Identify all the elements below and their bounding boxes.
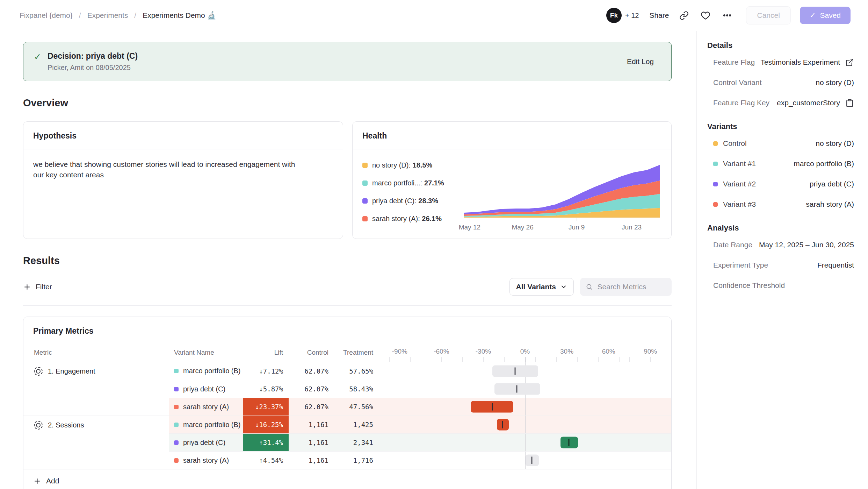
collaborators-count[interactable]: + 12 xyxy=(625,12,639,20)
health-title: Health xyxy=(353,122,671,149)
plus-icon xyxy=(23,283,31,291)
chevron-down-icon xyxy=(560,283,567,290)
health-card: Health no story (D): 18.5% marco portfol… xyxy=(352,121,672,239)
treatment-value: 2,341 xyxy=(334,439,379,446)
decision-title: Decision: priya debt (C) xyxy=(48,51,138,61)
analysis-row-date-range: Date Range May 12, 2025 – Jun 30, 2025 xyxy=(707,235,854,255)
metric-engagement[interactable]: 1. Engagement xyxy=(23,362,169,416)
lift-value: ↓7.12% xyxy=(243,362,289,380)
detail-row-feature-flag: Feature Flag Testimonials Experiment xyxy=(707,52,854,72)
favorite-heart-icon[interactable] xyxy=(699,9,712,22)
confidence-interval-bar xyxy=(379,362,671,380)
confidence-interval-bar xyxy=(379,416,671,433)
detail-row-feature-flag-key: Feature Flag Key exp_customerStory xyxy=(707,93,854,113)
variant-swatch xyxy=(174,440,179,445)
copy-clipboard-icon[interactable] xyxy=(845,99,854,107)
primary-metrics-title: Primary Metrics xyxy=(23,317,671,343)
table-row: priya debt (C) ↑31.4% 1,161 2,341 xyxy=(169,433,671,451)
health-area-svg xyxy=(464,162,660,218)
right-sidebar: Details Feature Flag Testimonials Experi… xyxy=(696,31,868,489)
variant-swatch xyxy=(174,458,179,463)
detail-row-control-variant: Control Variant no story (D) xyxy=(707,72,854,93)
search-icon xyxy=(586,283,593,291)
variant-row-control: Control no story (D) xyxy=(707,133,854,154)
treatment-value: 47.56% xyxy=(334,403,379,411)
variant-swatch xyxy=(713,141,718,146)
metric-gauge-icon xyxy=(34,421,43,430)
breadcrumb: Fixpanel {demo} / Experiments / Experime… xyxy=(20,11,216,20)
confidence-interval-bar xyxy=(379,380,671,398)
control-value: 1,161 xyxy=(289,456,334,464)
col-header-control: Control xyxy=(289,349,334,356)
confidence-interval-bar xyxy=(379,452,671,469)
variant-swatch xyxy=(174,423,179,427)
hypothesis-body: we believe that showing customer stories… xyxy=(23,149,317,190)
metric-gauge-icon xyxy=(34,367,43,376)
results-heading: Results xyxy=(23,255,672,267)
saved-button[interactable]: ✓ Saved xyxy=(800,7,851,24)
primary-metrics-card: Primary Metrics Metric Variant Name Lift… xyxy=(23,317,672,489)
col-header-variant: Variant Name xyxy=(169,349,243,356)
confidence-interval-bar xyxy=(379,398,671,416)
share-button[interactable]: Share xyxy=(649,11,669,20)
avatar[interactable]: Fk xyxy=(606,8,622,23)
external-link-icon[interactable] xyxy=(845,58,854,67)
lift-value: ↓5.87% xyxy=(243,380,289,398)
control-value: 62.07% xyxy=(289,367,334,375)
confidence-interval-bar xyxy=(379,434,671,451)
breadcrumb-experiments[interactable]: Experiments xyxy=(87,11,128,20)
search-metrics-input[interactable] xyxy=(598,283,666,291)
legend-item: marco portfoli...: 27.1% xyxy=(362,179,464,187)
variant-swatch xyxy=(174,369,179,373)
lift-axis-header: -90%-60%-30%0%30%60%90% xyxy=(379,343,671,362)
health-x-labels: May 12May 26Jun 9Jun 23 xyxy=(464,224,660,232)
analysis-row-confidence-threshold: Confidence Threshold xyxy=(707,275,854,296)
add-metric-button[interactable]: Add xyxy=(23,469,671,489)
treatment-value: 1,716 xyxy=(334,456,379,464)
legend-swatch xyxy=(362,180,368,186)
col-header-lift: Lift xyxy=(243,349,289,356)
metric-sessions[interactable]: 2. Sessions xyxy=(23,416,169,469)
health-stacked-area-chart: May 12May 26Jun 9Jun 23 xyxy=(464,157,661,236)
health-legend: no story (D): 18.5% marco portfoli...: 2… xyxy=(362,156,464,236)
variant-row-1: Variant #1 marco portfolio (B) xyxy=(707,154,854,174)
check-icon: ✓ xyxy=(810,11,816,20)
breadcrumb-current-page: Experiments Demo 🔬 xyxy=(143,11,216,20)
variants-dropdown[interactable]: All Variants xyxy=(509,278,574,296)
variants-heading: Variants xyxy=(707,122,854,131)
decision-banner: ✓ Decision: priya debt (C) Picker, Amit … xyxy=(23,42,672,81)
lift-value: ↓23.37% xyxy=(243,398,289,416)
cancel-button[interactable]: Cancel xyxy=(746,6,790,24)
legend-swatch xyxy=(362,198,368,204)
variant-swatch xyxy=(713,162,718,166)
analysis-heading: Analysis xyxy=(707,224,854,233)
hypothesis-card: Hypothesis we believe that showing custo… xyxy=(23,121,343,239)
decision-subtitle: Picker, Amit on 08/05/2025 xyxy=(48,64,138,72)
variant-swatch xyxy=(174,387,179,391)
breadcrumb-project[interactable]: Fixpanel {demo} xyxy=(20,11,73,20)
plus-icon xyxy=(33,477,41,485)
table-row: sarah story (A) ↑4.54% 1,161 1,716 xyxy=(169,451,671,469)
legend-swatch xyxy=(362,216,368,221)
feature-flag-link[interactable]: Testimonials Experiment xyxy=(760,58,840,66)
add-filter-button[interactable]: Filter xyxy=(23,283,52,291)
decision-check-icon: ✓ xyxy=(34,51,41,62)
treatment-value: 58.43% xyxy=(334,385,379,393)
hypothesis-title: Hypothesis xyxy=(23,122,343,149)
control-value: 62.07% xyxy=(289,385,334,393)
table-rows: marco portfolio (B) ↓7.12% 62.07% 57.65%… xyxy=(169,362,671,469)
lift-value: ↑4.54% xyxy=(243,452,289,469)
table-header: Metric Variant Name Lift Control Treatme… xyxy=(23,343,671,362)
more-options-icon[interactable] xyxy=(721,9,733,22)
lift-value: ↓16.25% xyxy=(243,416,289,433)
legend-swatch xyxy=(362,163,368,168)
table-row: priya debt (C) ↓5.87% 62.07% 58.43% xyxy=(169,380,671,398)
legend-item: sarah story (A): 26.1% xyxy=(362,215,464,223)
control-value: 1,161 xyxy=(289,421,334,428)
treatment-value: 1,425 xyxy=(334,421,379,428)
top-bar: Fixpanel {demo} / Experiments / Experime… xyxy=(0,0,868,31)
edit-log-button[interactable]: Edit Log xyxy=(627,57,661,66)
copy-link-icon[interactable] xyxy=(678,9,690,22)
details-heading: Details xyxy=(707,41,854,50)
control-value: 1,161 xyxy=(289,439,334,446)
